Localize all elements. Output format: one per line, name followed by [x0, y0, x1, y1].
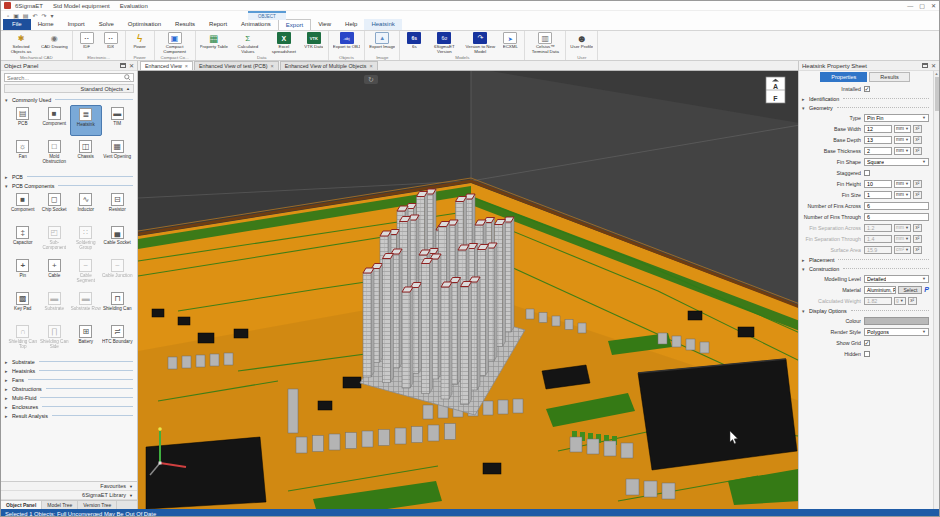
- value-input[interactable]: 6: [864, 213, 929, 221]
- ribbon-button[interactable]: Power: [128, 32, 152, 55]
- ribbon-tab[interactable]: Results: [168, 19, 202, 30]
- view-tab[interactable]: Enhanced View of Multiple Objects ×: [280, 61, 378, 70]
- colour-swatch[interactable]: [864, 317, 929, 325]
- close-panel-icon[interactable]: ✕: [129, 63, 134, 69]
- object-panel-item[interactable]: Resistor: [102, 191, 134, 222]
- panel-bottom-tab[interactable]: Version Tree: [78, 501, 117, 509]
- object-panel-item[interactable]: HTC Boundary: [102, 323, 134, 354]
- close-panel-icon[interactable]: ✕: [931, 63, 936, 69]
- ribbon-button[interactable]: Celsius™ Terminal Data: [527, 32, 563, 55]
- ribbon-button[interactable]: Version to New Model: [462, 32, 498, 55]
- close-icon[interactable]: [931, 2, 936, 10]
- object-panel-item[interactable]: Cable: [39, 257, 71, 288]
- object-panel-item[interactable]: Substrate: [39, 290, 71, 321]
- unit-dropdown[interactable]: mm▼: [894, 147, 911, 155]
- scroll-thumb[interactable]: [935, 77, 939, 111]
- ribbon-button[interactable]: Export Image: [367, 32, 397, 55]
- section-commonly-used[interactable]: ▾Commonly Used: [3, 95, 135, 104]
- section-fans[interactable]: ▸Fans: [3, 375, 135, 384]
- value-input[interactable]: 15.9: [864, 246, 892, 254]
- section-substrate[interactable]: ▸Substrate: [3, 357, 135, 366]
- section-heatsinks[interactable]: ▸Heatsinks: [3, 366, 135, 375]
- ribbon-button[interactable]: User Profile: [568, 32, 595, 55]
- ribbon-tab[interactable]: File: [3, 19, 31, 30]
- ribbon-tab[interactable]: Import: [61, 19, 92, 30]
- unit-dropdown[interactable]: mm▼: [894, 224, 911, 232]
- property-sheet-tab[interactable]: Results: [869, 72, 909, 82]
- section-construction[interactable]: ▾Construction: [799, 264, 932, 273]
- value-dropdown[interactable]: Square▼: [864, 158, 929, 166]
- value-dropdown[interactable]: Detailed▼: [864, 275, 929, 283]
- section-display-options[interactable]: ▾Display Options: [799, 306, 932, 315]
- formula-button[interactable]: x²: [913, 125, 922, 133]
- search-input[interactable]: [7, 75, 122, 81]
- unit-dropdown[interactable]: mm▼: [894, 125, 911, 133]
- ribbon-button[interactable]: CAD Drawing: [39, 32, 70, 55]
- formula-button[interactable]: x²: [913, 246, 922, 254]
- ribbon-button[interactable]: Export to OBJ: [331, 32, 362, 55]
- library-selector[interactable]: Standard Objects ▲: [4, 84, 134, 93]
- object-panel-item[interactable]: Shielding Can Side: [39, 323, 71, 354]
- formula-button[interactable]: x²: [913, 235, 922, 243]
- object-panel-item[interactable]: Cable Socket: [102, 224, 134, 255]
- formula-button[interactable]: x²: [913, 180, 922, 188]
- object-panel-item[interactable]: Mold Obstruction: [39, 138, 71, 169]
- value-dropdown[interactable]: Pin Fin▼: [864, 114, 929, 122]
- checkbox[interactable]: [864, 351, 870, 357]
- library-bar[interactable]: 6SigmaET Library▼: [1, 491, 137, 500]
- object-panel-item[interactable]: Pin: [7, 257, 39, 288]
- unit-dropdown[interactable]: g▼: [894, 297, 906, 305]
- value-input[interactable]: 1.82: [864, 297, 892, 305]
- material-select-button[interactable]: Select: [898, 286, 922, 294]
- object-panel-item[interactable]: Inductor: [70, 191, 102, 222]
- ribbon-tab[interactable]: Report: [202, 19, 234, 30]
- section-result-analysis[interactable]: ▸Result Analysis: [3, 411, 135, 420]
- ribbon-button[interactable]: ECXML: [498, 32, 522, 55]
- ribbon-button[interactable]: IDF: [75, 32, 99, 55]
- object-panel-scroll[interactable]: ▾Commonly Used PCB Component Heatsink TI…: [1, 95, 137, 481]
- unit-dropdown[interactable]: mm▼: [894, 235, 911, 243]
- ribbon-tab[interactable]: Home: [31, 19, 61, 30]
- object-panel-item[interactable]: Chassis: [70, 138, 102, 169]
- float-panel-icon[interactable]: [922, 63, 928, 68]
- 3d-scene[interactable]: ↻: [138, 71, 798, 509]
- property-sheet-scrollbar[interactable]: ▲: [933, 71, 939, 509]
- panel-bottom-tab[interactable]: Model Tree: [42, 501, 78, 509]
- checkbox[interactable]: [864, 170, 870, 176]
- value-input[interactable]: 1.4: [864, 235, 892, 243]
- formula-button[interactable]: x²: [913, 191, 922, 199]
- ribbon-tab[interactable]: Solve: [92, 19, 121, 30]
- scroll-up-icon[interactable]: ▲: [935, 71, 939, 76]
- ribbon-button[interactable]: VTK Data: [302, 32, 326, 55]
- value-dropdown[interactable]: Polygons▼: [864, 328, 929, 336]
- ribbon-tab[interactable]: Export: [278, 19, 311, 30]
- value-input[interactable]: 6: [864, 202, 929, 210]
- ribbon-tab[interactable]: Optimisation: [121, 19, 168, 30]
- formula-button[interactable]: x²: [908, 297, 917, 305]
- ribbon-tab[interactable]: Help: [338, 19, 364, 30]
- ribbon-button[interactable]: 6s: [402, 32, 426, 55]
- unit-dropdown[interactable]: mm▼: [894, 136, 911, 144]
- section-pcb[interactable]: ▸PCB: [3, 172, 135, 181]
- view-tab[interactable]: Enhanced View ×: [140, 61, 193, 70]
- checkbox[interactable]: [864, 86, 870, 92]
- unit-dropdown[interactable]: mm▼: [894, 191, 911, 199]
- section-enclosures[interactable]: ▸Enclosures: [3, 402, 135, 411]
- search-box[interactable]: [4, 73, 134, 82]
- object-panel-item[interactable]: Chip Socket: [39, 191, 71, 222]
- ribbon-tab[interactable]: Animations: [234, 19, 278, 30]
- minimize-icon[interactable]: [907, 2, 913, 10]
- section-pcb-components[interactable]: ▾PCB Components: [3, 181, 135, 190]
- property-sheet-tab[interactable]: Properties: [820, 72, 867, 82]
- ribbon-button[interactable]: Selected Objects as STEP: [3, 32, 39, 55]
- unit-dropdown[interactable]: mm▼: [894, 180, 911, 188]
- object-panel-item[interactable]: Substrate Row: [70, 290, 102, 321]
- close-tab-icon[interactable]: ×: [270, 63, 273, 69]
- value-input[interactable]: 12: [864, 125, 892, 133]
- ribbon-button[interactable]: 6SigmaET Version: [426, 32, 462, 55]
- ribbon-button[interactable]: Calculated Values: [230, 32, 266, 55]
- panel-bottom-tab[interactable]: Object Panel: [1, 501, 42, 509]
- object-panel-item[interactable]: TIM: [102, 105, 134, 136]
- favourites-bar[interactable]: Favourites▼: [1, 482, 137, 491]
- object-panel-item[interactable]: Fan: [7, 138, 39, 169]
